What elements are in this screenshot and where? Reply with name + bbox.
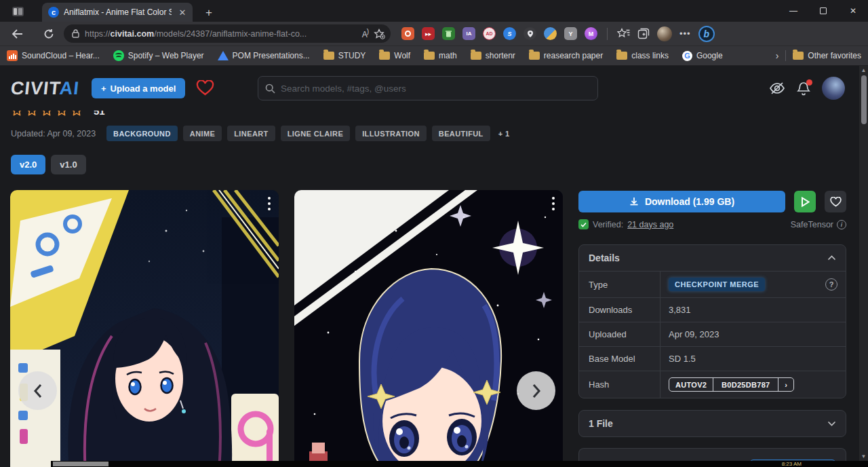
bookmark-google[interactable]: GGoogle [682,51,723,61]
toolbar-more-icon[interactable]: ••• [679,29,691,39]
extension-medium-icon[interactable]: M [585,27,597,40]
image-menu-icon[interactable] [552,197,555,210]
detail-row-hash: Hash AUTOV2 B0D25DB787 › [579,371,846,398]
civitai-logo[interactable]: CIVITAI [9,78,80,99]
liked-models-heart-icon[interactable] [196,80,214,96]
version-v1[interactable]: v1.0 [51,155,85,174]
upload-model-button[interactable]: +Upload a model [92,78,185,98]
scroll-down-icon[interactable]: ▼ [859,452,868,461]
page-scrollbar[interactable]: ▲ ▼ [859,66,868,467]
tag-ligne-claire[interactable]: LIGNE CLAIRE [281,126,350,141]
search-input[interactable] [281,83,591,94]
google-icon: G [682,51,692,61]
scroll-up-icon[interactable]: ▲ [859,66,868,75]
extension-trash-icon[interactable] [442,27,455,40]
heart-icon [830,197,842,207]
extension-y-icon[interactable]: Y [564,27,577,40]
favorites-bar-icon[interactable] [617,28,630,39]
info-icon[interactable]: i [837,220,846,229]
bookmarks-overflow-chevron[interactable]: › [776,50,779,61]
search-bar[interactable] [258,76,598,100]
tag-illustration[interactable]: ILLUSTRATION [355,126,427,141]
tab-title: Aniflatmix - Anime Flat Color Sty [64,7,172,17]
verified-label: Verified: [593,220,623,229]
run-model-button[interactable] [794,191,816,212]
address-bar[interactable]: https://civitai.com/models/24387/aniflat… [64,24,391,43]
extension-shazam-icon[interactable]: S [503,27,516,40]
preview-image-2[interactable] [294,190,563,467]
play-icon [801,197,810,207]
soundcloud-icon [7,50,18,61]
bookmark-folder-study[interactable]: STUDY [323,51,366,60]
tag-background[interactable]: BACKGROUND [106,126,178,141]
preview-image-1[interactable] [10,190,279,467]
extension-globe-icon[interactable] [544,27,557,40]
tab-close-icon[interactable]: ✕ [176,6,189,18]
extension-ad-icon[interactable]: AD [483,27,496,40]
bookmark-soundcloud[interactable]: SoundCloud – Hear... [7,50,100,61]
lock-icon [72,29,79,38]
extension-fastforward-icon[interactable]: ▸▸ [422,27,435,40]
folder-icon [616,52,627,60]
version-selector: v2.0 v1.0 [11,155,86,174]
bookmark-folder-math[interactable]: math [424,51,457,60]
other-favorites[interactable]: Other favorites [793,51,861,60]
tags-more[interactable]: + 1 [496,126,513,141]
extension-ia-icon[interactable]: IA [462,27,475,40]
bookmark-pom[interactable]: POM Presentations... [218,51,310,60]
version-v2[interactable]: v2.0 [11,155,45,174]
window-maximize-button[interactable] [808,0,838,22]
browser-toolbar: https://civitai.com/models/24387/aniflat… [0,22,868,46]
collections-icon[interactable] [637,28,650,39]
window-close-button[interactable]: ✕ [838,0,868,22]
browser-profile-avatar[interactable] [657,26,672,41]
folder-icon [793,52,804,60]
extension-o-icon[interactable] [401,27,414,40]
files-header[interactable]: 1 File [579,411,846,436]
verified-time-link[interactable]: 21 days ago [627,220,673,229]
bookmark-folder-classlinks[interactable]: class links [616,51,669,60]
browser-tab-bar: c Aniflatmix - Anime Flat Color Sty ✕ + … [0,0,868,22]
extension-maps-pin-icon[interactable] [524,27,536,40]
bing-copilot-icon[interactable]: b [698,26,715,42]
new-tab-button[interactable]: + [201,5,217,20]
tag-beautiful[interactable]: BEAUTIFUL [432,126,490,141]
tag-anime[interactable]: ANIME [183,126,222,141]
read-aloud-icon[interactable]: A) [362,28,368,39]
details-header[interactable]: Details [579,245,846,271]
bookmark-folder-wolf[interactable]: Wolf [379,51,410,60]
folder-icon [471,52,481,60]
refresh-button[interactable] [39,25,58,43]
workspaces-icon[interactable] [7,3,28,20]
bookmark-folder-shortenr[interactable]: shortenr [471,51,515,60]
starry-night-girl-illustration [294,190,563,467]
type-badge[interactable]: CHECKPOINT MERGE [669,278,765,291]
tag-lineart[interactable]: LINEART [227,126,275,141]
folder-icon [529,52,540,60]
image-menu-icon[interactable] [268,197,271,210]
browser-tab[interactable]: c Aniflatmix - Anime Flat Color Sty ✕ [42,3,193,22]
carousel-prev-button[interactable] [18,371,57,410]
back-button[interactable] [8,25,27,43]
favorite-star-add-icon[interactable] [374,29,385,39]
favorite-model-button[interactable] [825,191,846,212]
bookmark-folder-research[interactable]: reasearch paper [529,51,603,60]
hide-content-eye-off-icon[interactable] [769,81,785,95]
notification-badge [806,79,812,86]
window-minimize-button[interactable]: — [778,0,808,22]
bookmarks-bar: SoundCloud – Hear... Spotify – Web Playe… [0,46,868,66]
help-icon[interactable]: ? [825,278,837,291]
download-button[interactable]: Download (1.99 GB) [578,191,785,212]
chevron-down-icon [827,421,836,426]
bookmark-spotify[interactable]: Spotify – Web Player [113,50,204,61]
hash-copy-chevron-icon[interactable]: › [778,378,793,391]
notifications-bell-icon[interactable] [797,81,810,96]
hash-pill[interactable]: AUTOV2 B0D25DB787 › [669,377,794,392]
carousel-next-button[interactable] [517,371,555,410]
search-icon [265,83,275,94]
user-avatar[interactable] [822,77,845,100]
detail-row-type: Type CHECKPOINT MERGE ? [579,271,846,297]
spotify-icon [113,50,124,61]
taskbar-clock: 8:23 AM [782,462,802,467]
scrollbar-thumb[interactable] [861,75,867,124]
